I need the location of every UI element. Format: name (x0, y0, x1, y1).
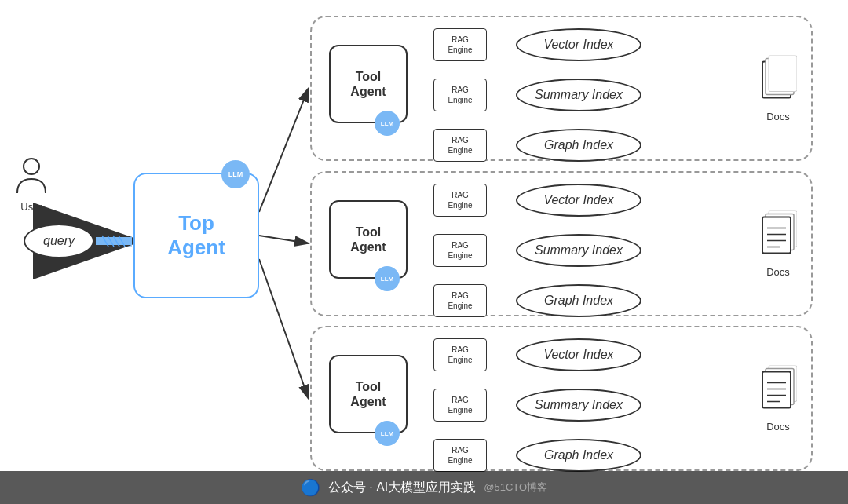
docs-1: Docs (759, 55, 797, 122)
tool-agent-box-3: Tool Agent LLM (329, 355, 408, 433)
docs-label-2: Docs (759, 265, 797, 277)
user-label: User (20, 201, 42, 213)
sub-agent-group-2: Tool Agent LLM RAGEngine RAGEngine RAGEn… (310, 171, 813, 316)
summary-index-1: Summary Index (516, 79, 641, 111)
user-icon (16, 157, 47, 196)
svg-point-24 (24, 159, 39, 174)
graph-index-2: Graph Index (516, 284, 641, 317)
watermark-sub-text: @51CTO博客 (484, 480, 547, 495)
query-label: query (43, 234, 75, 248)
index-ellipses-2: Vector Index Summary Index Graph Index (516, 184, 641, 317)
rag-box-3-3: RAGEngine (433, 439, 487, 472)
svg-line-2 (102, 236, 108, 247)
docs-3: Docs (759, 365, 797, 432)
rag-engines-1: RAGEngine RAGEngine RAGEngine (433, 28, 487, 162)
rag-engines-3: RAGEngine RAGEngine RAGEngine (433, 338, 487, 472)
tool-agent-3-llm: LLM (375, 421, 400, 446)
rag-box-2-2: RAGEngine (433, 234, 487, 267)
watermark-main-text: 公众号 · AI大模型应用实践 (328, 480, 476, 496)
summary-index-3: Summary Index (516, 389, 641, 422)
summary-index-2: Summary Index (516, 234, 641, 267)
svg-line-4 (113, 236, 119, 247)
docs-2: Docs (759, 210, 797, 277)
docs-label-1: Docs (759, 110, 797, 122)
query-ellipse: query (24, 224, 94, 258)
sub-agent-group-3: Tool Agent LLM RAGEngine RAGEngine RAGEn… (310, 326, 813, 471)
top-agent-label: Top Agent (167, 211, 225, 260)
user-section: User (16, 157, 47, 213)
vector-index-3: Vector Index (516, 338, 641, 371)
tool-agent-label-1: Tool Agent (350, 69, 386, 99)
svg-rect-34 (762, 217, 791, 253)
tool-agent-label-2: Tool Agent (350, 225, 386, 254)
docs-icon-1 (759, 55, 797, 105)
watermark-icon: 🔵 (301, 478, 320, 497)
rag-box-3-1: RAGEngine (433, 338, 487, 371)
graph-index-3: Graph Index (516, 439, 641, 472)
rag-box-3-2: RAGEngine (433, 389, 487, 422)
svg-rect-31 (769, 55, 797, 91)
index-ellipses-1: Vector Index Summary Index Graph Index (516, 28, 641, 162)
tool-agent-2-llm: LLM (375, 266, 400, 291)
svg-line-3 (108, 236, 114, 247)
svg-rect-41 (762, 371, 791, 407)
tool-agent-1-llm: LLM (375, 111, 400, 136)
docs-icon-3 (759, 365, 797, 415)
rag-box-1-2: RAGEngine (433, 79, 487, 111)
docs-icon-2 (759, 210, 797, 261)
vector-index-2: Vector Index (516, 184, 641, 217)
index-ellipses-3: Vector Index Summary Index Graph Index (516, 338, 641, 472)
tool-agent-box-2: Tool Agent LLM (329, 200, 408, 279)
llm-circle-top: LLM (221, 160, 250, 188)
svg-line-5 (119, 236, 125, 247)
rag-box-1-1: RAGEngine (433, 28, 487, 61)
top-agent-llm-badge: LLM (221, 160, 250, 188)
sub-agent-group-1: Tool Agent LLM RAGEngine RAGEngine RAGEn… (310, 16, 813, 161)
diagram-container: User query LLM Top Agent Tool Agent LLM (0, 0, 848, 504)
rag-box-1-3: RAGEngine (433, 129, 487, 162)
top-agent-box: LLM Top Agent (133, 173, 259, 298)
tool-agent-label-3: Tool Agent (350, 379, 386, 409)
rag-box-2-1: RAGEngine (433, 184, 487, 217)
graph-index-1: Graph Index (516, 129, 641, 162)
vector-index-1: Vector Index (516, 28, 641, 61)
tool-agent-box-1: Tool Agent LLM (329, 45, 408, 123)
rag-box-2-3: RAGEngine (433, 284, 487, 317)
watermark-bar: 🔵 公众号 · AI大模型应用实践 @51CTO博客 (0, 471, 848, 504)
docs-label-3: Docs (759, 420, 797, 432)
rag-engines-2: RAGEngine RAGEngine RAGEngine (433, 184, 487, 317)
